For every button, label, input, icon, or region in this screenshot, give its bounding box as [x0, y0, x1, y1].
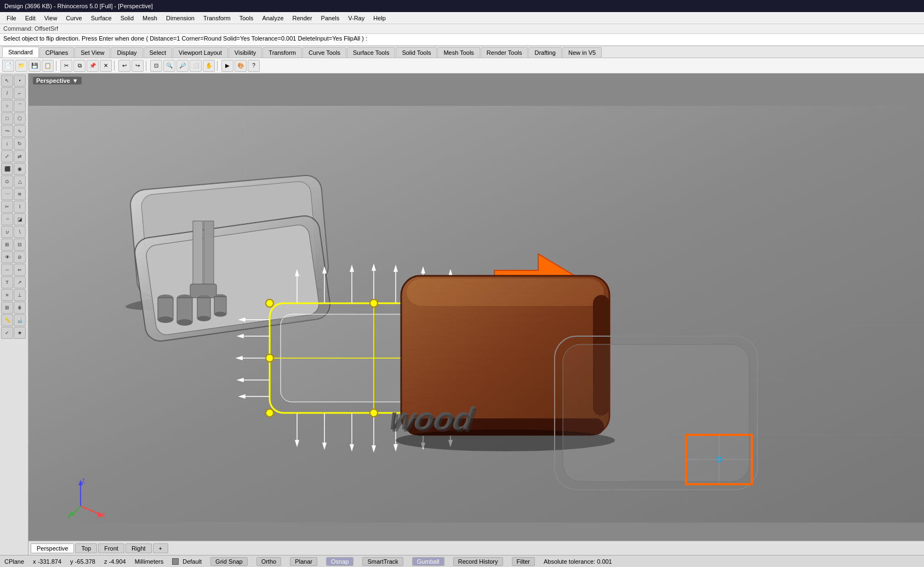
menu-transform[interactable]: Transform [199, 14, 235, 22]
surface-loft-tool[interactable]: ≋ [14, 188, 26, 200]
layer-off-tool[interactable]: ⊘ [14, 251, 26, 263]
polyline-tool[interactable]: ⌐ [14, 87, 26, 99]
planar-btn[interactable]: Planar [290, 557, 317, 566]
ungroup-tool[interactable]: ⊟ [14, 239, 26, 251]
viewport[interactable]: Perspective ▼ [28, 73, 924, 555]
curve-free-tool[interactable]: 〜 [1, 125, 13, 137]
circle-tool[interactable]: ○ [1, 100, 13, 112]
move-tool[interactable]: ↕ [1, 138, 13, 150]
rotate-tool[interactable]: ↻ [14, 138, 26, 150]
tab-display[interactable]: Display [111, 47, 142, 58]
menu-edit[interactable]: Edit [21, 14, 40, 22]
tab-select[interactable]: Select [144, 47, 173, 58]
tab-cplanes[interactable]: CPlanes [39, 47, 75, 58]
group-tool[interactable]: ⊞ [1, 239, 13, 251]
tab-render-tools[interactable]: Render Tools [481, 47, 528, 58]
cylinder-tool[interactable]: ⊙ [1, 175, 13, 188]
pan-btn[interactable]: ✋ [203, 60, 215, 72]
tab-transform[interactable]: Transform [263, 47, 302, 58]
command-input[interactable]: Select object to flip direction. Press E… [0, 34, 924, 46]
hatch-tool[interactable]: ≡ [1, 289, 13, 301]
tab-curve-tools[interactable]: Curve Tools [303, 47, 346, 58]
line-tool[interactable]: / [1, 87, 13, 99]
fillet-tool[interactable]: ⌔ [1, 213, 13, 225]
tab-viewport-layout[interactable]: Viewport Layout [173, 47, 228, 58]
grid-tool[interactable]: ⊞ [1, 302, 13, 314]
viewport-tab-top[interactable]: Top [75, 543, 97, 553]
viewport-tab-front[interactable]: Front [98, 543, 124, 553]
select-tool[interactable]: ↖ [1, 75, 13, 87]
mark-tool[interactable]: ★ [14, 327, 26, 339]
viewport-tab-add[interactable]: + [153, 543, 168, 553]
chamfer-tool[interactable]: ◪ [14, 213, 26, 225]
menu-render[interactable]: Render [288, 14, 317, 22]
osnap-btn[interactable]: Osnap [326, 557, 353, 566]
undo-btn[interactable]: ↩ [118, 60, 130, 72]
help-btn[interactable]: ? [248, 60, 260, 72]
menu-vray[interactable]: V-Ray [344, 14, 369, 22]
tab-new-v5[interactable]: New in V5 [562, 47, 602, 58]
boolean-diff-tool[interactable]: ∖ [14, 226, 26, 238]
gumball-btn[interactable]: Gumball [412, 557, 444, 566]
measure-tool[interactable]: 📏 [1, 314, 13, 326]
tab-surface-tools[interactable]: Surface Tools [347, 47, 395, 58]
menu-curve[interactable]: Curve [61, 14, 86, 22]
scale-tool[interactable]: ⤢ [1, 150, 13, 162]
boolean-union-tool[interactable]: ∪ [1, 226, 13, 238]
zoom-in-btn[interactable]: 🔍 [163, 60, 175, 72]
cut-btn[interactable]: ✂ [60, 60, 72, 72]
mirror-tool[interactable]: ⇌ [14, 150, 26, 162]
surface-pts-tool[interactable]: ⋯ [1, 188, 13, 200]
viewport-tab-perspective[interactable]: Perspective [31, 543, 74, 553]
menu-analyze[interactable]: Analyze [258, 14, 288, 22]
ortho-btn[interactable]: Ortho [256, 557, 282, 566]
menu-surface[interactable]: Surface [87, 14, 116, 22]
filter-btn[interactable]: Filter [512, 557, 535, 566]
trim-tool[interactable]: ✂ [1, 201, 13, 213]
save-btn[interactable]: 💾 [28, 60, 41, 72]
tab-visibility[interactable]: Visibility [229, 47, 263, 58]
smarttrack-btn[interactable]: SmartTrack [362, 557, 403, 566]
menu-view[interactable]: View [40, 14, 62, 22]
delete-btn[interactable]: ✕ [100, 60, 112, 72]
grid-snap-tool[interactable]: ⋕ [14, 302, 26, 314]
tab-setview[interactable]: Set View [75, 47, 110, 58]
redo-btn[interactable]: ↪ [132, 60, 144, 72]
zoom-out-btn[interactable]: 🔎 [176, 60, 189, 72]
tab-mesh-tools[interactable]: Mesh Tools [437, 47, 480, 58]
menu-dimension[interactable]: Dimension [162, 14, 199, 22]
layer-on-tool[interactable]: 👁 [1, 251, 13, 263]
menu-tools[interactable]: Tools [235, 14, 258, 22]
copy-btn[interactable]: ⧉ [73, 60, 85, 72]
viewport-tab-right[interactable]: Right [126, 543, 152, 553]
tab-solid-tools[interactable]: Solid Tools [396, 47, 437, 58]
menu-panels[interactable]: Panels [317, 14, 344, 22]
rect-tool[interactable]: □ [1, 112, 13, 124]
zoom-window-btn[interactable]: ⬜ [190, 60, 202, 72]
tab-drafting[interactable]: Drafting [528, 47, 562, 58]
cone-tool[interactable]: △ [14, 175, 26, 188]
viewport-label[interactable]: Perspective ▼ [33, 77, 82, 84]
grid-snap-btn[interactable]: Grid Snap [210, 557, 248, 566]
section-tool[interactable]: ⊥ [14, 289, 26, 301]
dimension-linear-tool[interactable]: ⇐ [14, 264, 26, 276]
dot-tool[interactable]: • [14, 75, 26, 87]
tab-standard[interactable]: Standard [2, 47, 39, 58]
menu-help[interactable]: Help [369, 14, 390, 22]
zoom-extents-btn[interactable]: ⊡ [150, 60, 162, 72]
analyze-tool[interactable]: 🔬 [14, 314, 26, 326]
menu-file[interactable]: File [2, 14, 21, 22]
leader-tool[interactable]: ↗ [14, 276, 26, 288]
text-tool[interactable]: T [1, 276, 13, 288]
arc-tool[interactable]: ⌒ [14, 100, 26, 112]
menu-mesh[interactable]: Mesh [138, 14, 162, 22]
dimension-tool[interactable]: ↔ [1, 264, 13, 276]
paste-btn[interactable]: 📌 [87, 60, 99, 72]
new-btn[interactable]: 📄 [2, 60, 14, 72]
menu-solid[interactable]: Solid [116, 14, 138, 22]
split-tool[interactable]: ⌇ [14, 201, 26, 213]
check-tool[interactable]: ✓ [1, 327, 13, 339]
polygon-tool[interactable]: ⬡ [14, 112, 26, 124]
render-btn[interactable]: 🎨 [235, 60, 247, 72]
open-btn[interactable]: 📁 [15, 60, 27, 72]
